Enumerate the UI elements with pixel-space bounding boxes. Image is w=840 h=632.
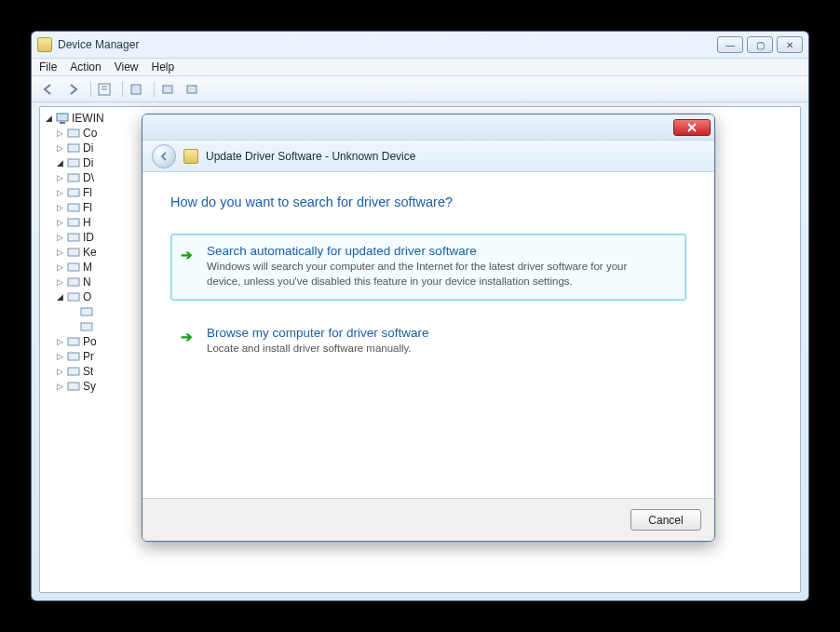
device-category-icon xyxy=(66,261,81,274)
device-icon xyxy=(183,149,198,164)
device-category-icon xyxy=(66,380,81,393)
option-title: Search automatically for updated driver … xyxy=(207,244,635,258)
svg-rect-8 xyxy=(68,129,79,137)
device-category-icon xyxy=(66,186,81,199)
svg-rect-14 xyxy=(68,219,79,226)
svg-rect-7 xyxy=(60,122,65,124)
svg-rect-11 xyxy=(68,174,79,182)
svg-rect-21 xyxy=(81,323,92,330)
minimize-button[interactable]: — xyxy=(717,36,743,53)
toolbar-separator xyxy=(86,81,91,98)
menu-action[interactable]: Action xyxy=(70,61,101,74)
tree-label: Sy xyxy=(83,379,96,394)
wizard-title: Update Driver Software - Unknown Device xyxy=(206,150,415,163)
forward-button[interactable] xyxy=(61,79,84,100)
device-category-icon xyxy=(66,350,81,363)
svg-rect-12 xyxy=(68,189,79,196)
tree-label: Co xyxy=(83,126,97,141)
wizard-header: Update Driver Software - Unknown Device xyxy=(142,141,714,172)
back-button[interactable] xyxy=(37,79,60,100)
arrow-right-icon: ➔ xyxy=(181,244,197,289)
wizard-body: How do you want to search for driver sof… xyxy=(142,172,714,498)
wizard-heading: How do you want to search for driver sof… xyxy=(170,195,686,209)
svg-rect-22 xyxy=(68,338,79,345)
device-category-icon xyxy=(66,246,81,259)
svg-rect-16 xyxy=(68,249,79,256)
close-button[interactable]: ✕ xyxy=(777,36,803,53)
tree-label: ID xyxy=(83,230,94,245)
device-category-icon xyxy=(66,276,81,289)
tree-label: Pr xyxy=(83,349,94,364)
tree-label: Po xyxy=(83,334,97,349)
tree-label: Di xyxy=(83,141,93,155)
device-category-icon xyxy=(66,365,81,378)
svg-rect-19 xyxy=(68,293,79,301)
device-category-icon xyxy=(66,171,81,184)
tree-label: H xyxy=(83,215,91,230)
menu-file[interactable]: File xyxy=(39,61,57,74)
toolbar-button[interactable] xyxy=(181,79,203,100)
device-category-icon xyxy=(66,290,81,303)
menubar: File Action View Help xyxy=(32,58,808,76)
menu-help[interactable]: Help xyxy=(152,61,175,74)
device-category-icon xyxy=(66,335,81,348)
tree-label: Fl xyxy=(83,200,92,215)
device-icon xyxy=(79,305,94,318)
svg-rect-9 xyxy=(68,144,79,152)
titlebar[interactable]: Device Manager — ▢ ✕ xyxy=(32,32,808,58)
option-search-automatically[interactable]: ➔ Search automatically for updated drive… xyxy=(170,234,686,301)
toolbar-button[interactable] xyxy=(156,79,179,100)
svg-rect-23 xyxy=(68,353,79,360)
close-button[interactable] xyxy=(673,119,711,136)
arrow-right-icon: ➔ xyxy=(181,326,197,356)
tree-label: N xyxy=(83,275,91,289)
tree-label: Ke xyxy=(83,245,97,260)
toolbar-button[interactable] xyxy=(93,79,115,100)
device-category-icon xyxy=(66,156,81,169)
option-description: Windows will search your computer and th… xyxy=(207,260,635,289)
device-category-icon xyxy=(66,201,81,214)
svg-rect-13 xyxy=(68,204,79,211)
cancel-button[interactable]: Cancel xyxy=(630,509,701,531)
tree-label: IEWIN xyxy=(72,111,104,126)
toolbar xyxy=(32,76,808,102)
device-category-icon xyxy=(66,127,81,140)
svg-rect-3 xyxy=(131,85,141,94)
svg-rect-6 xyxy=(57,114,68,121)
wizard-footer: Cancel xyxy=(142,498,714,541)
tree-label: M xyxy=(83,260,92,275)
svg-rect-18 xyxy=(68,278,79,286)
option-title: Browse my computer for driver software xyxy=(207,326,429,340)
svg-rect-15 xyxy=(68,234,79,241)
device-category-icon xyxy=(66,231,81,244)
toolbar-separator xyxy=(149,81,155,98)
svg-rect-20 xyxy=(81,308,92,316)
tree-label: O xyxy=(83,289,91,304)
tree-label: D\ xyxy=(83,170,94,185)
maximize-button[interactable]: ▢ xyxy=(747,36,773,53)
tree-label: Fl xyxy=(83,185,92,200)
option-browse-computer[interactable]: ➔ Browse my computer for driver software… xyxy=(170,316,686,369)
toolbar-button[interactable] xyxy=(125,79,147,100)
device-icon xyxy=(79,320,94,333)
menu-view[interactable]: View xyxy=(115,61,139,74)
svg-rect-4 xyxy=(163,86,172,93)
tree-label: Di xyxy=(83,155,93,170)
svg-rect-17 xyxy=(68,263,79,271)
svg-rect-24 xyxy=(68,368,79,375)
device-category-icon xyxy=(66,216,81,229)
update-driver-wizard: Update Driver Software - Unknown Device … xyxy=(142,114,715,542)
option-description: Locate and install driver software manua… xyxy=(207,342,429,356)
toolbar-separator xyxy=(117,81,123,98)
computer-icon xyxy=(55,112,70,125)
svg-rect-5 xyxy=(187,86,196,93)
window-title: Device Manager xyxy=(58,38,711,51)
device-category-icon xyxy=(66,141,81,155)
wizard-titlebar[interactable] xyxy=(142,114,714,141)
svg-rect-10 xyxy=(68,159,79,167)
svg-rect-25 xyxy=(68,383,79,390)
back-button[interactable] xyxy=(152,144,176,168)
tree-label: St xyxy=(83,364,93,379)
app-icon xyxy=(37,37,52,52)
